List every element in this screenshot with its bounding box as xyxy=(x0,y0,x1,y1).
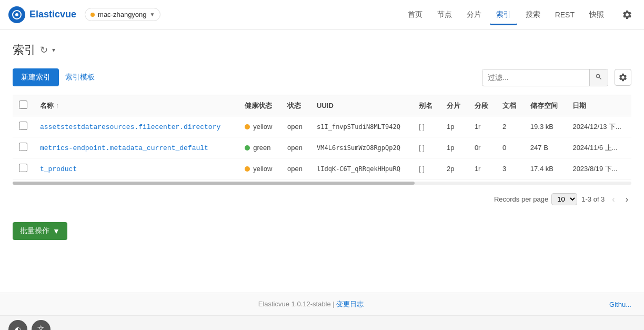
row-name: metrics-endpoint.metadata_current_defaul… xyxy=(34,137,238,158)
row-alias: [ ] xyxy=(412,116,440,137)
theme-toggle-button[interactable]: ◐ xyxy=(8,320,27,330)
index-name-link[interactable]: assetstestdataresources.filecenter.direc… xyxy=(40,123,220,131)
per-page-select[interactable]: 10 25 50 xyxy=(551,193,577,205)
footer-center: Elasticvue 1.0.12-stable | 变更日志 xyxy=(13,299,609,309)
row-segments: 1r xyxy=(468,116,496,137)
row-health: yellow xyxy=(238,116,281,137)
row-checkbox[interactable] xyxy=(19,143,27,151)
footer-text: Elasticvue 1.0.12-stable | xyxy=(258,300,337,308)
row-checkbox[interactable] xyxy=(19,164,27,172)
theme-icon: ◐ xyxy=(15,325,21,330)
github-link[interactable]: Githu... xyxy=(609,301,631,308)
row-date: 2024/11/6 上... xyxy=(566,137,631,158)
prev-page-button[interactable]: ‹ xyxy=(609,194,618,205)
filter-input[interactable] xyxy=(482,69,589,85)
nav-home[interactable]: 首页 xyxy=(401,6,429,25)
row-checkbox-cell xyxy=(13,116,34,137)
page-title: 索引 xyxy=(13,42,36,58)
th-checkbox xyxy=(13,95,34,116)
index-template-link[interactable]: 索引模板 xyxy=(65,73,95,82)
row-checkbox-cell xyxy=(13,158,34,179)
title-dropdown-icon[interactable]: ▾ xyxy=(52,46,55,54)
logo-icon xyxy=(8,6,25,23)
cluster-chevron-icon: ▼ xyxy=(150,12,155,17)
footer: Elasticvue 1.0.12-stable | 变更日志 Githu... xyxy=(0,293,644,315)
index-name-link[interactable]: metrics-endpoint.metadata_current_defaul… xyxy=(40,144,208,152)
pagination-info: 1-3 of 3 xyxy=(581,195,605,203)
toolbar-row: 新建索引 索引模板 xyxy=(13,68,631,86)
changelog-link[interactable]: 变更日志 xyxy=(336,300,364,308)
health-label: green xyxy=(253,144,270,152)
th-segments[interactable]: 分段 xyxy=(468,95,496,116)
bottom-bar: ◐ 文 xyxy=(0,315,644,330)
refresh-icon[interactable]: ↻ xyxy=(40,44,48,56)
th-shards[interactable]: 分片 xyxy=(440,95,468,116)
table-row: assetstestdataresources.filecenter.direc… xyxy=(13,116,631,137)
th-health[interactable]: 健康状态 xyxy=(238,95,281,116)
th-storage[interactable]: 储存空间 xyxy=(524,95,567,116)
new-index-button[interactable]: 新建索引 xyxy=(13,68,59,86)
table-row: metrics-endpoint.metadata_current_defaul… xyxy=(13,137,631,158)
row-shards: 1p xyxy=(440,137,468,158)
bulk-actions-label: 批量操作 xyxy=(20,226,49,236)
health-dot xyxy=(245,145,250,151)
th-alias[interactable]: 别名 xyxy=(412,95,440,116)
row-docs: 2 xyxy=(496,116,524,137)
pagination-row: Records per page 10 25 50 1-3 of 3 ‹ › xyxy=(13,189,631,214)
settings-button[interactable] xyxy=(619,6,636,23)
lang-icon: 文 xyxy=(37,325,45,330)
table-header: 名称 ↑ 健康状态 状态 UUID 别名 分片 分段 文档 储存空间 日期 xyxy=(13,95,631,116)
row-segments: 0r xyxy=(468,137,496,158)
row-status: open xyxy=(281,116,310,137)
row-segments: 1r xyxy=(468,158,496,179)
filter-search-button[interactable] xyxy=(589,69,608,86)
bulk-actions-button[interactable]: 批量操作 ▼ xyxy=(13,222,67,240)
th-name[interactable]: 名称 ↑ xyxy=(34,95,238,116)
app-name: Elasticvue xyxy=(29,9,76,20)
app-logo[interactable]: Elasticvue xyxy=(8,6,76,23)
row-storage: 247 B xyxy=(524,137,567,158)
horizontal-scrollbar[interactable] xyxy=(13,182,631,185)
indices-table: 名称 ↑ 健康状态 状态 UUID 别名 分片 分段 文档 储存空间 日期 as… xyxy=(13,95,631,179)
records-per-page: Records per page 10 25 50 xyxy=(494,193,577,205)
row-storage: 17.4 kB xyxy=(524,158,567,179)
bulk-actions-row: 批量操作 ▼ xyxy=(13,214,631,244)
row-docs: 0 xyxy=(496,137,524,158)
cluster-selector[interactable]: mac-zhangyong ▼ xyxy=(85,8,160,21)
row-checkbox[interactable] xyxy=(19,122,27,130)
bulk-dropdown-icon: ▼ xyxy=(53,227,60,235)
table-settings-icon[interactable] xyxy=(615,69,631,86)
select-all-checkbox[interactable] xyxy=(19,101,27,109)
nav-shards[interactable]: 分片 xyxy=(460,6,488,25)
row-status: open xyxy=(281,137,310,158)
row-name: assetstestdataresources.filecenter.direc… xyxy=(34,116,238,137)
th-date[interactable]: 日期 xyxy=(566,95,631,116)
scroll-thumb[interactable] xyxy=(13,182,415,185)
nav-snapshots[interactable]: 快照 xyxy=(583,6,610,25)
row-checkbox-cell xyxy=(13,137,34,158)
th-uuid[interactable]: UUID xyxy=(310,95,412,116)
row-health: green xyxy=(238,137,281,158)
language-button[interactable]: 文 xyxy=(32,320,51,330)
row-alias: [ ] xyxy=(412,158,440,179)
main-content: 索引 ↻ ▾ 新建索引 索引模板 xyxy=(0,29,644,293)
nav-indices[interactable]: 索引 xyxy=(490,6,517,25)
row-storage: 19.3 kB xyxy=(524,116,567,137)
health-label: yellow xyxy=(253,123,272,131)
main-nav: 首页 节点 分片 索引 搜索 REST 快照 xyxy=(401,6,610,24)
row-name: t_product xyxy=(34,158,238,179)
cluster-status-dot xyxy=(90,13,95,17)
row-health: yellow xyxy=(238,158,281,179)
footer-right: Githu... xyxy=(609,301,631,308)
health-dot xyxy=(245,166,250,172)
health-label: yellow xyxy=(253,165,272,173)
nav-rest[interactable]: REST xyxy=(549,6,581,25)
index-name-link[interactable]: t_product xyxy=(40,165,77,173)
next-page-button[interactable]: › xyxy=(622,194,631,205)
nav-nodes[interactable]: 节点 xyxy=(431,6,458,25)
th-status[interactable]: 状态 xyxy=(281,95,310,116)
nav-search[interactable]: 搜索 xyxy=(519,6,547,25)
table-body: assetstestdataresources.filecenter.direc… xyxy=(13,116,631,179)
row-shards: 1p xyxy=(440,116,468,137)
th-docs[interactable]: 文档 xyxy=(496,95,524,116)
